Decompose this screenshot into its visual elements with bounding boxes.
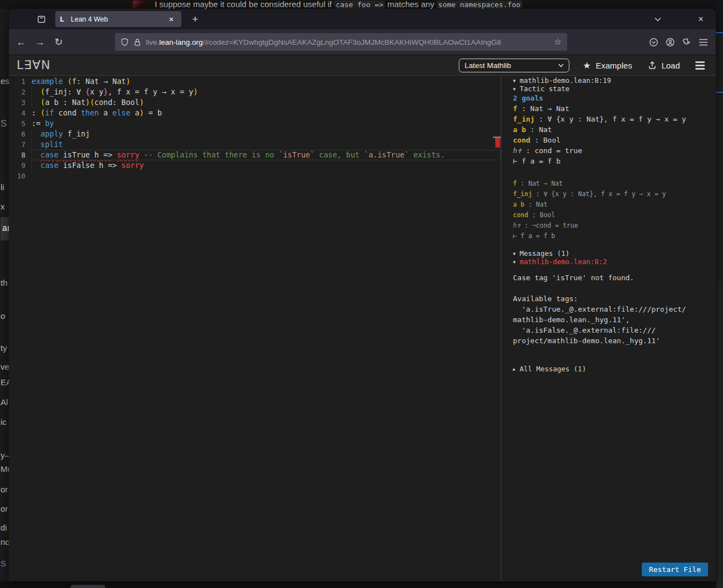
code-line-5[interactable]: 5:= by (9, 118, 501, 129)
background-text-fragment: th (1, 278, 8, 287)
code-line-8[interactable]: 8 case isTrue h => sorry -- Complains th… (9, 150, 501, 160)
background-bottom-strip (0, 581, 716, 588)
message-location-label: mathlib-demo.lean:8:2 (520, 258, 607, 266)
code-line-7[interactable]: 7 split (9, 139, 501, 150)
chat-text-mid: matches any (385, 0, 436, 9)
messages-header[interactable]: ▼Messages (1) (513, 249, 716, 258)
code-line-2[interactable]: 2 (f_inj: ∀ {x y}, f x = f y → x = y) (9, 87, 501, 97)
background-chat-strip: I suppose maybe it could be considered u… (0, 0, 723, 9)
background-text-fragment: nc (1, 537, 9, 547)
goal-1: f : Nat → Natf_inj : ∀ {x y : Nat}, f x … (513, 103, 716, 166)
background-scrollbar-thumb (717, 282, 722, 588)
browser-tab[interactable]: L Lean 4 Web × (55, 11, 181, 27)
menu-icon[interactable] (695, 34, 711, 50)
tactic-state-label: Tactic state (520, 85, 569, 93)
tab-title: Lean 4 Web (71, 15, 166, 23)
list-all-tabs-icon[interactable] (651, 12, 665, 27)
all-messages-header[interactable]: ▶All Messages (1) (513, 365, 716, 373)
examples-button[interactable]: ★ Examples (583, 60, 632, 71)
new-tab-button[interactable]: + (188, 12, 202, 27)
tab-close-icon[interactable]: × (166, 14, 177, 25)
indent-guide (32, 129, 32, 171)
code-text: : (if cond then a else a) = b (32, 108, 162, 118)
code-line-10[interactable]: 10 (9, 171, 501, 181)
tactic-state-header[interactable]: ▼Tactic state (513, 85, 716, 93)
chat-inline-code: some namespaces.foo (437, 1, 522, 9)
main-content: 1example (f: Nat → Nat)2 (f_inj: ∀ {x y}… (9, 76, 716, 581)
background-text-fragment: di (1, 523, 7, 532)
back-button[interactable]: ← (12, 33, 30, 51)
url-path: /#codez=KYDwhgtgDgNsAEAKAZgLngOTAF3oJMJM… (203, 38, 501, 46)
chat-text-pre: I suppose maybe it could be considered u… (155, 0, 334, 9)
line-number: 7 (9, 139, 32, 150)
code-line-9[interactable]: 9 case isFalse h => sorry (9, 160, 501, 171)
account-icon[interactable] (662, 34, 678, 50)
message-text-line: mathlib-demo.lean._hyg.11', (513, 314, 716, 325)
chevron-down-icon (558, 64, 564, 67)
line-number: 3 (9, 97, 32, 108)
code-line-3[interactable]: 3 (a b : Nat)(cond: Bool) (9, 97, 501, 108)
lock-icon (134, 38, 141, 46)
window-close-icon[interactable]: × (694, 12, 708, 27)
load-button[interactable]: Load (648, 61, 680, 70)
background-text-fragment: ic (1, 417, 7, 427)
line-number: 6 (9, 129, 32, 139)
code-text: apply f_inj (32, 129, 90, 139)
infoview-panel: ▼mathlib-demo.lean:8:19 ▼Tactic state 2 … (501, 76, 716, 581)
url-bar[interactable]: live.lean-lang.org/#codez=KYDwhgtgDgNsAE… (115, 33, 567, 51)
background-text-fragment: x (1, 202, 5, 211)
examples-label: Examples (596, 61, 632, 70)
goal-line: ⊢ f a = f b (513, 231, 716, 242)
line-number: 10 (9, 171, 32, 181)
goal-2: f : Nat → Natf_inj : ∀ {x y : Nat}, f x … (513, 179, 716, 242)
overview-ruler-error-mark[interactable] (495, 138, 500, 148)
lean-logo: L∃∀N (17, 59, 51, 71)
triangle-collapsed-icon: ▶ (513, 365, 520, 374)
message-location-header[interactable]: ▼mathlib-demo.lean:8:2 (513, 258, 716, 266)
code-text: := by (32, 118, 54, 129)
url-domain: lean-lang.org (159, 38, 203, 46)
navigation-toolbar: ← → ↻ live.lean-lang.org/#codez=KYDwhgtg… (9, 29, 716, 55)
tracking-shield-icon (120, 38, 129, 46)
reload-button[interactable]: ↻ (50, 33, 67, 51)
pocket-icon[interactable] (645, 34, 662, 50)
goal-line: a b : Nat (513, 200, 716, 210)
code-text: split (32, 139, 63, 150)
goal-line: ⊢ f a = f b (513, 156, 716, 166)
goal-line: f : Nat → Nat (513, 103, 716, 114)
load-label: Load (662, 61, 680, 70)
line-number: 9 (9, 160, 32, 171)
goal-line: h✝ : cond = true (513, 145, 716, 156)
restart-file-button[interactable]: Restart File (642, 563, 708, 576)
background-text-fragment: ar (1, 217, 9, 240)
code-line-6[interactable]: 6 apply f_inj (9, 129, 501, 139)
tab-favicon: L (60, 15, 69, 23)
app-menu-icon[interactable] (695, 61, 705, 70)
code-line-4[interactable]: 4: (if cond then a else a) = b (9, 108, 501, 118)
background-text-fragment: ty (1, 343, 7, 353)
background-text-fragment: S (1, 559, 6, 568)
infoview-file-header[interactable]: ▼mathlib-demo.lean:8:19 (513, 76, 716, 85)
background-accent-line (716, 92, 723, 93)
forward-button[interactable]: → (31, 33, 49, 51)
extensions-puzzle-icon[interactable] (678, 34, 695, 50)
toolchain-select[interactable]: Latest Mathlib (459, 59, 569, 72)
triangle-expanded-icon: ▼ (513, 258, 520, 266)
background-text-fragment: es (1, 76, 9, 86)
code-text: (a b : Nat)(cond: Bool) (32, 97, 144, 108)
code-lines: 1example (f: Nat → Nat)2 (f_inj: ∀ {x y}… (9, 76, 501, 181)
triangle-expanded-icon: ▼ (513, 85, 520, 93)
code-line-1[interactable]: 1example (f: Nat → Nat) (9, 76, 501, 87)
star-icon: ★ (583, 60, 590, 71)
messages-label: Messages (1) (520, 249, 569, 258)
goal-line: f_inj : ∀ {x y : Nat}, f x = f y → x = y (513, 189, 716, 200)
background-dock-item (71, 585, 105, 588)
background-text-fragment: o (1, 311, 5, 321)
goal-count: 2 goals (513, 93, 716, 103)
bookmark-star-icon[interactable]: ☆ (554, 37, 562, 47)
firefox-view-icon[interactable] (34, 12, 49, 27)
code-text: case isFalse h => sorry (32, 160, 144, 171)
code-editor[interactable]: 1example (f: Nat → Nat)2 (f_inj: ∀ {x y}… (9, 76, 501, 581)
file-position-label: mathlib-demo.lean:8:19 (520, 76, 611, 85)
message-text-line (513, 283, 716, 293)
